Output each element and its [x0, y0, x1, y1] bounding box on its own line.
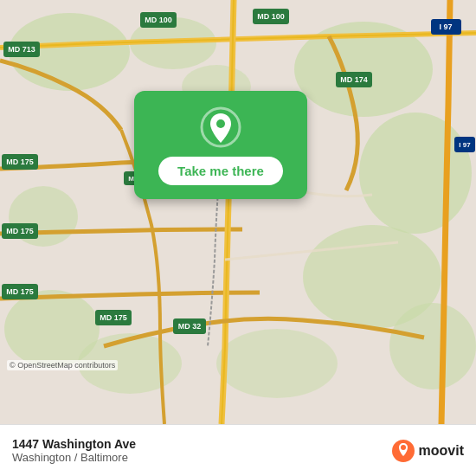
- moovit-icon: [391, 439, 415, 463]
- svg-text:MD 175: MD 175: [6, 158, 34, 166]
- svg-text:MD 713: MD 713: [8, 45, 35, 54]
- address-section: 1447 Washington Ave Washington / Baltimo…: [12, 437, 136, 464]
- svg-text:MD 100: MD 100: [145, 16, 172, 24]
- svg-text:MD 175: MD 175: [6, 227, 34, 235]
- svg-text:MD 32: MD 32: [178, 322, 202, 331]
- svg-text:MD 175: MD 175: [100, 313, 127, 322]
- bottom-bar: 1447 Washington Ave Washington / Baltimo…: [0, 424, 476, 476]
- take-me-there-button[interactable]: Take me there: [158, 157, 283, 185]
- svg-text:I 97: I 97: [439, 23, 452, 31]
- svg-text:MD 175: MD 175: [6, 287, 34, 296]
- svg-text:I 97: I 97: [459, 141, 471, 149]
- city-line: Washington / Baltimore: [12, 451, 136, 464]
- location-pin-icon: [200, 106, 241, 148]
- address-line: 1447 Washington Ave: [12, 437, 136, 451]
- moovit-text: moovit: [419, 443, 464, 459]
- svg-point-6: [389, 303, 476, 389]
- osm-credit: © OpenStreetMap contributors: [7, 360, 118, 370]
- svg-point-37: [216, 119, 225, 128]
- svg-text:MD 174: MD 174: [340, 75, 368, 84]
- moovit-logo[interactable]: moovit: [391, 439, 464, 463]
- map-container[interactable]: MD 100 MD 100 MD 713 MD 174 I 97 I 97 MD…: [0, 0, 476, 424]
- svg-point-7: [216, 329, 338, 398]
- popup-card: Take me there: [134, 91, 307, 199]
- svg-point-4: [359, 113, 472, 234]
- svg-point-39: [401, 445, 406, 450]
- svg-text:MD 100: MD 100: [257, 12, 285, 21]
